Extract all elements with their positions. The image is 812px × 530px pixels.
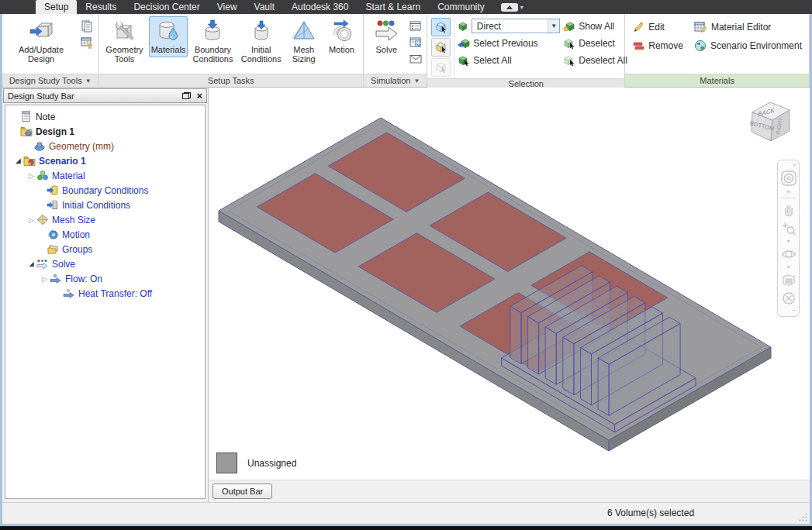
tree-item-solve[interactable]: ◢ Solve	[7, 256, 203, 271]
a360-menu-button[interactable]: ▾	[501, 3, 523, 12]
materials-button[interactable]: Materials	[149, 16, 188, 57]
show-all-icon	[563, 21, 575, 32]
group-materials: Edit Remove	[625, 14, 810, 87]
geometry-tools-button[interactable]: Geometry Tools	[102, 16, 147, 67]
select-all-icon	[458, 55, 470, 66]
design-review-table-icon	[81, 36, 93, 49]
solve-button[interactable]: Solve	[367, 16, 406, 57]
tab-vault[interactable]: Vault	[246, 0, 283, 14]
clone-design-button[interactable]	[80, 19, 93, 33]
select-surfaces-mode-button[interactable]	[431, 38, 451, 57]
email-notification-button[interactable]	[409, 52, 422, 65]
tree-item-note[interactable]: Note	[7, 109, 203, 124]
edit-material-button[interactable]: Edit	[632, 21, 683, 33]
chevron-down-icon: ▼	[85, 77, 92, 84]
tab-view[interactable]: View	[209, 0, 246, 14]
solution-monitor-button[interactable]	[409, 19, 422, 33]
output-bar-button[interactable]: Output Bar	[213, 484, 272, 499]
tree-item-groups[interactable]: Groups	[7, 242, 203, 256]
design-study-bar-titlebar: Design Study Bar ×	[3, 88, 207, 103]
chevron-down-icon[interactable]: ▼	[786, 189, 791, 194]
materials-label: Materials	[151, 45, 186, 54]
group-label-simulation[interactable]: Simulation▼	[364, 74, 427, 87]
full-navigation-icon[interactable]	[781, 291, 796, 306]
tree-item-initial-conditions[interactable]: Initial Conditions	[7, 198, 203, 212]
look-at-icon[interactable]	[781, 272, 796, 287]
material-editor-button[interactable]: Material Editor	[694, 21, 802, 33]
deselect-button[interactable]: Deselect	[563, 36, 627, 50]
tab-autodesk-360[interactable]: Autodesk 360	[283, 0, 357, 14]
tab-setup[interactable]: Setup	[36, 0, 77, 14]
select-previous-icon	[458, 38, 470, 49]
remove-material-label: Remove	[648, 40, 683, 51]
3d-viewport[interactable]: BACK BOTTOM RIGHT × ▼	[209, 88, 810, 480]
add-update-design-button[interactable]: Add/Update Design	[5, 16, 77, 67]
tab-results[interactable]: Results	[77, 0, 125, 14]
group-selection: Direct ▼	[427, 14, 625, 87]
tree-item-design-1[interactable]: Design 1	[7, 124, 203, 139]
convergence-plot-icon	[409, 36, 422, 49]
show-all-button[interactable]: Show All	[563, 19, 627, 33]
expander-collapsed-icon[interactable]: ▷	[26, 216, 36, 224]
initial-conditions-button[interactable]: Initial Conditions	[238, 16, 285, 67]
remove-material-button[interactable]: Remove	[632, 40, 683, 52]
add-update-design-icon	[29, 19, 54, 43]
boundary-conditions-button[interactable]: Boundary Conditions	[189, 16, 236, 67]
zoom-icon[interactable]	[781, 221, 796, 236]
tree-item-material[interactable]: ▷ Material	[7, 168, 203, 183]
deselect-all-icon	[563, 55, 575, 66]
surface-select-icon	[435, 41, 447, 53]
resize-grip[interactable]	[798, 512, 808, 522]
tree-item-motion[interactable]: Motion	[7, 227, 203, 242]
tree-item-mesh-size[interactable]: ▷ Mesh Size	[7, 212, 203, 227]
group-label-design-study-tools[interactable]: Design Study Tools▼	[2, 74, 98, 87]
select-all-button[interactable]: Select All	[458, 53, 560, 67]
motion-icon	[330, 19, 353, 43]
initial-conditions-icon	[250, 19, 273, 43]
deselect-all-button[interactable]: Deselect All	[563, 53, 627, 67]
navbar-close-icon[interactable]: ×	[793, 162, 796, 168]
navbar-minimize-icon[interactable]: −	[792, 308, 796, 314]
mesh-sizing-button[interactable]: Mesh Sizing	[286, 16, 322, 67]
tree-item-boundary-conditions[interactable]: Boundary Conditions	[7, 183, 203, 198]
chevron-down-icon: ▾	[520, 4, 523, 11]
select-edges-mode-button[interactable]	[431, 58, 451, 77]
expander-collapsed-icon[interactable]: ▷	[40, 275, 50, 283]
scenario-environment-button[interactable]: Scenario Environment	[694, 40, 802, 52]
solve-tree-icon	[36, 258, 49, 270]
tree-item-heat-transfer[interactable]: Heat Transfer: Off	[7, 286, 203, 301]
steering-wheel-icon[interactable]	[780, 170, 797, 187]
tree-item-scenario-1[interactable]: ◢ Scenario 1	[7, 153, 203, 168]
expander-collapsed-icon[interactable]: ▷	[26, 172, 36, 180]
add-update-design-label: Add/Update Design	[8, 45, 74, 64]
float-panel-icon[interactable]	[182, 92, 191, 99]
close-panel-icon[interactable]: ×	[196, 91, 202, 100]
orbit-icon[interactable]	[781, 246, 796, 262]
tab-start-learn[interactable]: Start & Learn	[357, 0, 429, 14]
tab-decision-center[interactable]: Decision Center	[125, 0, 208, 14]
view-cube[interactable]: BACK BOTTOM RIGHT	[745, 97, 796, 148]
convergence-monitor-button[interactable]	[409, 36, 422, 49]
initial-conditions-label: Initial Conditions	[240, 45, 282, 64]
select-previous-button[interactable]: Select Previous	[458, 36, 560, 50]
tab-community[interactable]: Community	[429, 0, 493, 14]
tree-item-geometry[interactable]: Geometry (mm)	[7, 139, 203, 153]
expander-expanded-icon[interactable]: ◢	[13, 157, 23, 164]
edit-pencil-icon	[632, 21, 644, 33]
group-simulation: Solve	[364, 14, 427, 87]
tree-item-flow[interactable]: ▷ Flow: On	[7, 271, 203, 286]
selection-mode-dropdown[interactable]: Direct ▼	[472, 19, 560, 33]
expander-expanded-icon[interactable]: ◢	[26, 260, 36, 267]
chevron-down-icon[interactable]: ▼	[786, 239, 791, 244]
geometry-tools-icon	[112, 19, 136, 43]
motion-button[interactable]: Motion	[323, 16, 361, 57]
material-spheres-icon	[36, 170, 49, 181]
material-editor-label: Material Editor	[711, 22, 771, 33]
note-icon	[20, 111, 33, 122]
scenario-folder-icon	[23, 155, 36, 167]
design-review-button[interactable]	[80, 36, 93, 49]
chevron-down-icon[interactable]: ▼	[786, 264, 791, 270]
pan-hand-icon[interactable]	[781, 202, 796, 218]
select-volumes-mode-button[interactable]	[431, 18, 451, 36]
geometry-tools-label: Geometry Tools	[104, 45, 144, 64]
